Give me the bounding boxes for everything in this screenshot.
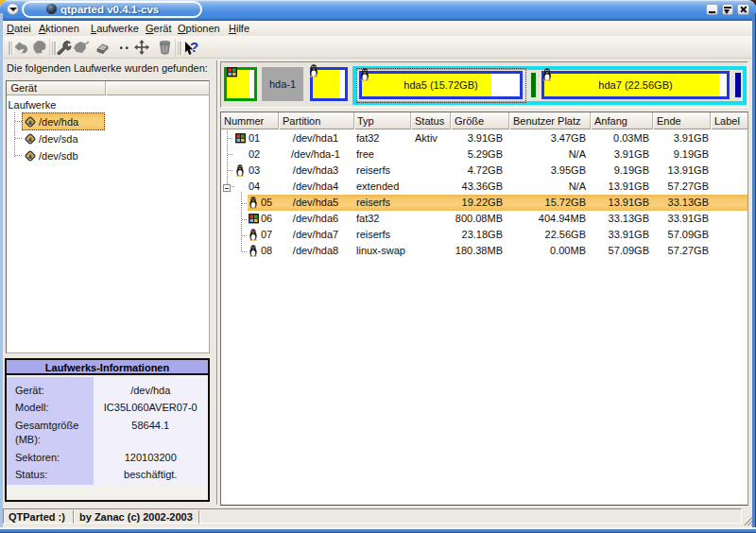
svg-text:?: ? xyxy=(190,39,198,55)
